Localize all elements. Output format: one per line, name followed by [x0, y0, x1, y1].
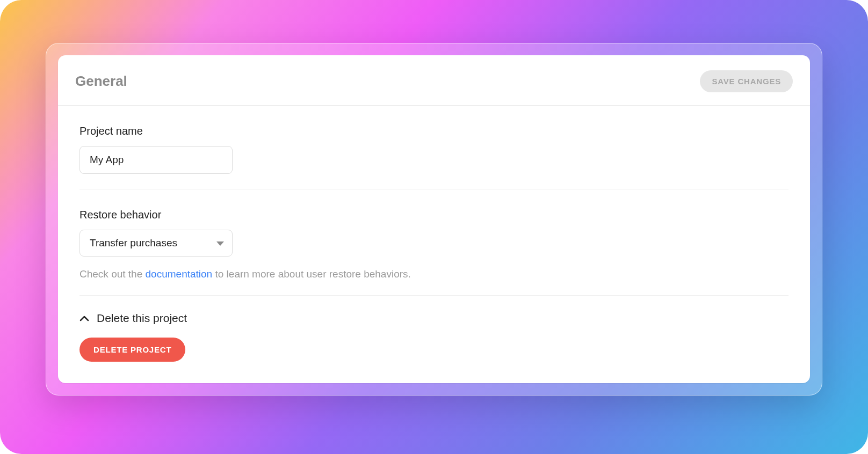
- delete-collapse-toggle[interactable]: Delete this project: [79, 296, 789, 338]
- helper-prefix: Check out the: [79, 268, 146, 280]
- gradient-background: General SAVE CHANGES Project name Restor…: [0, 0, 868, 454]
- project-name-input[interactable]: [79, 146, 233, 174]
- delete-section-title: Delete this project: [97, 312, 187, 325]
- project-name-label: Project name: [79, 125, 789, 137]
- glass-panel: General SAVE CHANGES Project name Restor…: [46, 43, 822, 396]
- chevron-up-icon: [79, 316, 89, 321]
- save-changes-button[interactable]: SAVE CHANGES: [700, 70, 793, 92]
- card-header: General SAVE CHANGES: [58, 55, 810, 106]
- restore-behavior-section: Restore behavior Transfer purchases Chec…: [79, 189, 789, 296]
- restore-behavior-selected-value: Transfer purchases: [90, 237, 177, 249]
- restore-behavior-helper: Check out the documentation to learn mor…: [79, 268, 789, 280]
- settings-card: General SAVE CHANGES Project name Restor…: [58, 55, 810, 383]
- documentation-link[interactable]: documentation: [146, 268, 213, 280]
- restore-behavior-label: Restore behavior: [79, 209, 789, 221]
- project-name-section: Project name: [79, 106, 789, 189]
- restore-behavior-select[interactable]: Transfer purchases: [79, 230, 233, 257]
- helper-suffix: to learn more about user restore behavio…: [212, 268, 411, 280]
- card-body: Project name Restore behavior Transfer p…: [58, 106, 810, 383]
- delete-project-button[interactable]: DELETE PROJECT: [79, 338, 185, 362]
- page-title: General: [75, 73, 127, 90]
- delete-project-section: Delete this project DELETE PROJECT: [79, 296, 789, 362]
- restore-behavior-select-wrap: Transfer purchases: [79, 230, 233, 257]
